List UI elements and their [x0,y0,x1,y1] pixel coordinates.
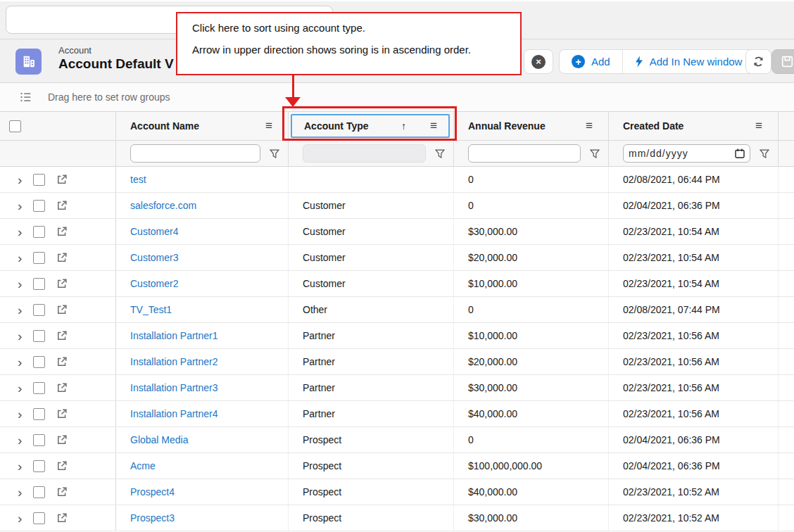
row-expand-chevron-icon[interactable]: › [18,173,22,186]
column-menu-icon[interactable]: ≡ [265,119,272,133]
account-name-link[interactable]: Customer4 [116,219,289,244]
account-name-link[interactable]: Customer3 [116,245,289,270]
account-name-filter-input[interactable] [130,144,260,163]
row-groups-dropzone[interactable]: Drag here to set row groups [0,83,794,112]
row-checkbox[interactable] [33,252,45,264]
created-date-cell: 02/23/2021, 10:54 AM [609,271,779,296]
column-menu-icon[interactable]: ≡ [430,119,437,133]
row-expand-chevron-icon[interactable]: › [18,381,22,395]
column-header-account-name[interactable]: Account Name ≡ [116,112,289,140]
account-name-link[interactable]: Installation Partner3 [116,375,289,400]
filter-funnel-icon[interactable] [435,149,445,158]
row-checkbox[interactable] [33,226,45,238]
row-checkbox[interactable] [33,512,45,524]
created-date-cell: 02/23/2021, 10:54 AM [609,219,779,244]
row-checkbox[interactable] [33,356,45,368]
column-menu-icon[interactable]: ≡ [755,119,762,133]
open-in-new-window-icon[interactable] [56,278,68,289]
calendar-icon[interactable] [735,148,745,158]
header-spacer [779,112,794,140]
filter-funnel-icon[interactable] [270,149,279,158]
filter-row: mm/dd/yyyy [0,141,794,167]
created-date-cell: 02/23/2021, 10:52 AM [609,505,779,531]
row-spacer [779,349,794,374]
open-in-new-window-icon[interactable] [56,486,68,498]
row-expand-chevron-icon[interactable]: › [18,199,22,213]
row-expand-chevron-icon[interactable]: › [18,433,22,447]
open-in-new-window-icon[interactable] [56,460,68,471]
filter-funnel-icon[interactable] [590,149,600,158]
add-in-new-window-label: Add In New window [650,56,743,68]
clear-filter-button[interactable]: × [524,49,553,74]
account-name-link[interactable]: test [116,167,289,192]
add-in-new-window-button[interactable]: Add In New window [622,50,755,73]
created-date-filter-input[interactable]: mm/dd/yyyy [623,144,750,163]
add-button-group: + Add Add In New window [559,49,755,74]
add-button[interactable]: + Add [560,50,622,73]
account-name-link[interactable]: Customer2 [116,271,289,296]
column-header-annual-revenue[interactable]: Annual Revenue ≡ [454,112,609,140]
open-in-new-window-icon[interactable] [56,330,68,341]
row-checkbox[interactable] [33,330,45,342]
account-name-link[interactable]: TV_Test1 [116,297,289,322]
row-expand-chevron-icon[interactable]: › [18,512,22,525]
open-in-new-window-icon[interactable] [56,512,68,524]
account-type-cell: Customer [289,219,454,244]
row-checkbox[interactable] [33,200,45,212]
row-checkbox[interactable] [33,382,45,394]
row-expand-chevron-icon[interactable]: › [18,303,22,317]
account-name-link[interactable]: Prospect3 [116,505,289,531]
row-checkbox[interactable] [33,408,45,420]
open-in-new-window-icon[interactable] [56,174,68,185]
refresh-button[interactable] [745,49,771,74]
row-expand-chevron-icon[interactable]: › [18,460,22,473]
open-in-new-window-icon[interactable] [56,434,68,445]
account-name-link[interactable]: Installation Partner2 [116,349,289,374]
save-button[interactable] [771,49,794,74]
open-in-new-window-icon[interactable] [56,226,68,237]
open-in-new-window-icon[interactable] [56,252,68,263]
open-in-new-window-icon[interactable] [56,200,68,211]
annotation-line-2: Arrow in upper direction shows soring is… [192,44,520,56]
row-checkbox[interactable] [33,304,45,316]
row-expand-chevron-icon[interactable]: › [18,355,22,369]
account-name-link[interactable]: Installation Partner4 [116,401,289,426]
row-checkbox[interactable] [33,278,45,290]
row-spacer [779,193,794,218]
row-expand-chevron-icon[interactable]: › [18,277,22,291]
filter-funnel-icon[interactable] [760,149,769,158]
column-header-created-date[interactable]: Created Date ≡ [609,112,779,140]
column-header-account-type[interactable]: Account Type ↑ ≡ [289,112,454,140]
row-expand-chevron-icon[interactable]: › [18,251,22,265]
account-name-link[interactable]: Global Media [116,427,289,452]
filter-cell-created-date: mm/dd/yyyy [609,141,779,166]
account-name-link[interactable]: Installation Partner1 [116,323,289,348]
account-name-link[interactable]: salesforce.com [116,193,289,218]
open-in-new-window-icon[interactable] [56,356,68,367]
table-row: › TV_Test1 Other 0 02/08/2021, 07:44 PM [0,297,794,323]
row-checkbox[interactable] [33,174,45,186]
annual-revenue-cell: $100,000,000.00 [454,453,609,479]
row-expand-chevron-icon[interactable]: › [18,407,22,421]
account-type-filter-input[interactable] [303,144,426,163]
row-controls-cell: › [0,479,116,505]
row-groups-icon [20,91,32,103]
row-expand-chevron-icon[interactable]: › [18,225,22,239]
account-name-link[interactable]: Acme [116,453,289,479]
row-checkbox[interactable] [33,486,45,498]
row-checkbox[interactable] [33,434,45,446]
open-in-new-window-icon[interactable] [56,408,68,419]
row-expand-chevron-icon[interactable]: › [18,329,22,343]
account-name-link[interactable]: Prospect4 [116,479,289,505]
refresh-icon [752,56,764,68]
row-checkbox[interactable] [33,460,45,472]
annual-revenue-cell: $20,000.00 [454,245,609,270]
open-in-new-window-icon[interactable] [56,304,68,315]
column-menu-icon[interactable]: ≡ [586,119,593,133]
select-all-checkbox[interactable] [9,120,21,132]
annual-revenue-filter-input[interactable] [468,144,581,163]
row-expand-chevron-icon[interactable]: › [18,486,22,499]
open-in-new-window-icon[interactable] [56,382,68,393]
grid-body: › test 0 02/08/2021, 06:44 PM › [0,167,794,531]
created-date-cell: 02/04/2021, 06:36 PM [609,193,779,218]
